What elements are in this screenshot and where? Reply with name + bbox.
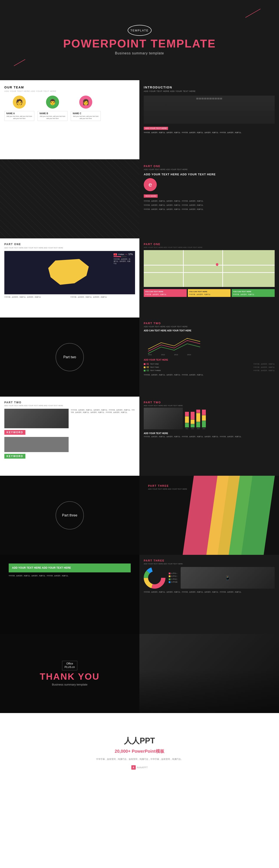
add-text-label: ADD YOUR TEXT HERE xyxy=(144,359,275,361)
bar-seg-green-3 xyxy=(196,422,200,427)
bar-group-1: 2011 xyxy=(185,412,189,429)
template-badge: TEMPLATE xyxy=(128,25,151,36)
svg-point-8 xyxy=(149,572,160,583)
promo-logo: 人人PPT xyxy=(96,736,183,746)
slide-promotion: 人人PPT 20,000+ PowerPoint模板 中华字幕，如有雷同，纯属巧… xyxy=(0,713,279,792)
member-c-desc: Add your text here, add your text here a… xyxy=(73,115,99,120)
donut-section: A-平均一 B-平均二 C-平均三 D-平均四 📱 xyxy=(144,567,275,589)
slide-title: TEMPLATE POWERPOINT TEMPLATE Business su… xyxy=(0,0,279,80)
intro-subtitle: ADD YOUR TEXT HERE ADD YOUR TEXT HERE xyxy=(144,90,275,92)
member-c-box: NAME C Add your text here, add your text… xyxy=(71,111,101,121)
part-two-right-detail: PART TWO ADD YOUR TEXT HERE ADD YOUR TEX… xyxy=(139,397,279,476)
part-three-detail-title: PART THREE xyxy=(144,559,275,562)
part-one-title: PART ONE xyxy=(144,165,275,168)
detail-left-content: KEYWORD KEYWORD 中华字幕，如有雷同，纯属巧合。如有雷同，纯属巧合… xyxy=(4,409,135,461)
bar-seg-yellow-3 xyxy=(196,413,200,422)
logo-text: AAAAPPT xyxy=(137,766,148,769)
part-three-subtitle: ADD YOUR TEXT HERE ADD YOUR TEXT HERE xyxy=(148,488,270,490)
dot-red xyxy=(144,363,145,365)
part-two-left-detail: PART TWO ADD YOUR TEXT HERE ADD YOUR TEX… xyxy=(0,397,139,476)
svg-text:2012: 2012 xyxy=(161,354,165,355)
main-subtitle: Business summary template xyxy=(115,51,164,55)
china-shape xyxy=(46,257,93,288)
intro-text: 中华字幕，如有雷同，纯属巧合。如有雷同，纯属巧合，中华字幕，如有雷同，纯属巧合。… xyxy=(144,131,275,134)
detail-right-subtitle: ADD YOUR TEXT HERE ADD YOUR TEXT HERE xyxy=(144,405,275,407)
text-item-3: 03 TEXT THREE 中华字幕，如有雷同，纯属巧合 xyxy=(144,369,275,372)
intro-panel: INTRODUCTION ADD YOUR TEXT HERE ADD YOUR… xyxy=(139,80,279,159)
bar-seg-red-1 xyxy=(185,412,189,416)
part-three-left-detail: ADD YOUR TEXT HERE ADD YOUR TEXT HERE 中华… xyxy=(0,555,139,634)
china-label: CHINA xyxy=(118,253,124,255)
map-right-subtitle: ADD YOUR TEXT HERE ADD YOUR TEXT HERE AN… xyxy=(144,246,275,248)
slide-part-three-intro: Part three PART THREE ADD YOUR TEXT HERE… xyxy=(0,476,279,555)
bar-group-2: 2012 xyxy=(191,412,195,429)
dot-green xyxy=(144,370,145,371)
text-item-2: 02 TEXT TWO 中华字幕，如有雷同，纯属巧合 xyxy=(144,366,275,368)
green-text-box: ADD YOUR TEXT HERE ADD YOUR TEXT HERE xyxy=(9,563,131,572)
china-flag-row: 🇨🇳 CHINA — 57% xyxy=(114,253,133,255)
china-text-blocks: 中华字幕，如有雷同，纯属巧合。如有雷同，纯属巧合 中华字幕，如有雷同，纯属巧合。… xyxy=(4,296,135,299)
china-map: 🇨🇳 CHINA — 57% 中华字幕，如有雷同，纯属巧合。如有雷同，纯属巧合 xyxy=(4,251,135,294)
part-three-right: PART THREE ADD YOUR TEXT HERE ADD YOUR T… xyxy=(139,476,279,555)
member-c: 👩 NAME C Add your text here, add your te… xyxy=(71,96,101,121)
detail-right-body: 中华字幕，如有雷同，纯属巧合。如有雷同，纯属巧合，中华字幕，如有雷同，纯属巧合。… xyxy=(144,436,275,438)
part-three-label: Part three xyxy=(62,514,77,517)
promo-content: 人人PPT 20,000+ PowerPoint模板 中华字幕，如有雷同，纯属巧… xyxy=(87,727,192,778)
part-two-label: Part two xyxy=(63,355,76,359)
decorative-line-1 xyxy=(245,9,260,18)
team-members-list: 🧑 NAME A Add your text here, add your te… xyxy=(4,96,135,121)
map-left-subtitle: ADD YOUR TEXT HERE ADD YOUR TEXT HERE AN… xyxy=(4,247,135,249)
left-detail-content: ADD YOUR TEXT HERE ADD YOUR TEXT HERE 中华… xyxy=(4,559,135,581)
detail-left-text: 中华字幕，如有雷同，纯属巧合。如有雷同，纯属巧合，中华字幕，如有雷同，纯属巧合。… xyxy=(71,409,135,461)
member-a-desc: Add your text here, add your text here a… xyxy=(6,115,32,120)
text-item-1: 01 TEXT ONE 中华字幕，如有雷同，纯属巧合 xyxy=(144,363,275,365)
office-image xyxy=(144,408,183,429)
text-items: 01 TEXT ONE 中华字幕，如有雷同，纯属巧合 02 TEXT TWO 中… xyxy=(144,363,275,372)
part-two-circle-border: Part two xyxy=(56,343,84,371)
keyword-badge-1: KEYWORD xyxy=(4,430,25,435)
badge-label: TEMPLATE xyxy=(131,29,149,32)
slide-part-one-intro: Part one PART ONE ADD YOUR TEXT HERE ADD… xyxy=(0,159,279,239)
china-block-1: 中华字幕，如有雷同，纯属巧合。如有雷同，纯属巧合 xyxy=(4,296,69,299)
slide-thank-you: OfficePLUS.cn THANK YOU Business summary… xyxy=(0,634,279,713)
part-one-body: 中华字幕，如有雷同，纯属巧合。如有雷同，纯属巧合，中华字幕，如有雷同，纯属巧合。… xyxy=(144,200,275,211)
box-green: YOU CAN TEXT HERE 中华字幕，如有雷同，纯属巧合 xyxy=(232,289,275,297)
green-box-title: ADD YOUR TEXT HERE ADD YOUR TEXT HERE xyxy=(12,566,128,570)
bar-group-4: 2014 xyxy=(202,410,206,429)
intro-title: INTRODUCTION xyxy=(144,86,275,89)
decorative-line-2 xyxy=(14,59,25,66)
china-stats: 🇨🇳 CHINA — 57% 中华字幕，如有雷同，纯属巧合。如有雷同，纯属巧合 xyxy=(114,253,133,265)
bar-seg-green-2 xyxy=(191,424,195,427)
intro-highlight: ADD YOUR TEXT HERE xyxy=(144,127,168,130)
detail-left-subtitle: ADD YOUR TEXT HERE ADD YOUR TEXT HERE AN… xyxy=(4,405,135,407)
detail-left-title: PART TWO xyxy=(4,401,135,404)
part-three-circle-wrap: Part three xyxy=(56,501,84,529)
part-three-left: Part three xyxy=(0,476,139,555)
thank-you-title: THANK YOU xyxy=(40,672,100,682)
slide-team-intro: OUR TEAM ADD YOUR TEXT HERE ADD YOUR TEX… xyxy=(0,80,279,159)
china-dash: — xyxy=(125,253,128,255)
map-pin xyxy=(215,262,219,266)
google-map xyxy=(144,250,275,287)
bar-group-3: 2013 xyxy=(196,410,200,429)
bar-charts: 2011 2012 2013 2014 xyxy=(185,408,275,429)
tablet-img: 📱 xyxy=(180,567,275,589)
part-one-left: Part one xyxy=(0,159,139,239)
detail-img-1 xyxy=(4,409,68,428)
promo-count: 20,000+ PowerPoint模板 xyxy=(96,748,183,754)
bar-seg-green-4 xyxy=(202,421,206,427)
read-more-btn[interactable]: READ MORE xyxy=(144,194,158,198)
part-one-subtitle: ADD YOUR TEXT HERE ADD YOUR TEXT HERE xyxy=(144,168,275,170)
part-one-add-text: ADD YOUR TEXT HERE ADD YOUR TEXT HERE xyxy=(144,173,275,176)
detail-right-title: PART TWO xyxy=(144,401,275,404)
bar-seg-yellow-4 xyxy=(202,415,206,421)
member-c-name: NAME C xyxy=(73,112,99,115)
keyword-badge-2: KEYWORD xyxy=(4,454,25,459)
donut-legend: A-平均一 B-平均二 C-平均三 D-平均四 xyxy=(169,572,177,583)
part-three-right-content: PART THREE ADD YOUR TEXT HERE ADD YOUR T… xyxy=(144,480,275,498)
keyword-block-1: KEYWORD xyxy=(4,430,68,435)
bar-label-4: 2014 xyxy=(202,428,205,429)
part-three-title: PART THREE xyxy=(148,485,270,488)
img-and-keywords: KEYWORD KEYWORD xyxy=(4,409,68,461)
slide-part-one-maps: PART ONE ADD YOUR TEXT HERE ADD YOUR TEX… xyxy=(0,239,279,317)
